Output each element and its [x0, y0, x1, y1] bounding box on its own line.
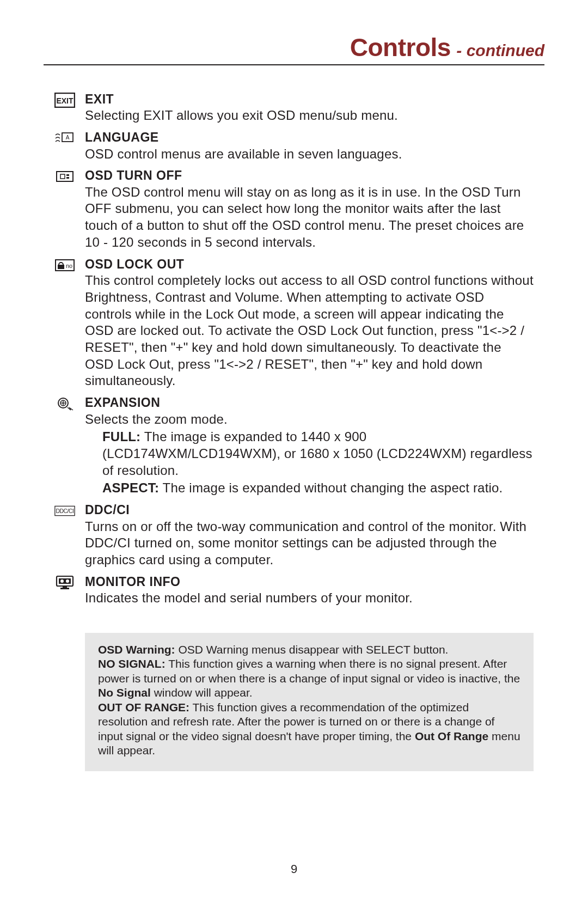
header-subtitle: - continued: [456, 41, 544, 59]
entry-body: Selecting EXIT allows you exit OSD menu/…: [85, 107, 534, 124]
entry-monitor-info: MONITOR INFO Indicates the model and ser…: [54, 574, 534, 607]
osd-warning-box: OSD Warning: OSD Warning menus disappear…: [85, 633, 534, 771]
svg-point-20: [66, 579, 69, 583]
sub-text: The image is expanded to 1440 x 900 (LCD…: [102, 429, 532, 477]
entry-body: OSD control menus are available in seven…: [85, 146, 534, 163]
entry-title: MONITOR INFO: [85, 574, 534, 590]
osd-turn-off-icon: [54, 169, 75, 184]
sub-label: FULL:: [102, 429, 140, 444]
sub-label: ASPECT:: [102, 480, 159, 495]
manual-page: Controls - continued EXIT EXIT Selecting…: [0, 0, 588, 909]
content-body: EXIT EXIT Selecting EXIT allows you exit…: [44, 91, 544, 771]
language-icon: A: [54, 131, 75, 146]
svg-text:EXIT: EXIT: [56, 96, 74, 105]
entry-title: EXPANSION: [85, 395, 534, 411]
osd-lock-out-icon: no: [54, 258, 75, 273]
entry-title: DDC/CI: [85, 502, 534, 518]
warning-lead-text: OSD Warning menus disappear with SELECT …: [175, 643, 449, 656]
entry-body: Turns on or off the two-way communicatio…: [85, 518, 534, 569]
svg-text:DDC/CI: DDC/CI: [56, 508, 74, 514]
no-signal-label: NO SIGNAL:: [98, 657, 166, 670]
expansion-full: FULL: The image is expanded to 1440 x 90…: [85, 429, 534, 479]
entry-title: LANGUAGE: [85, 130, 534, 145]
svg-point-19: [60, 579, 64, 583]
warning-lead-label: OSD Warning:: [98, 643, 175, 656]
page-header: Controls - continued: [44, 33, 544, 65]
svg-rect-6: [66, 174, 69, 176]
entry-title: EXIT: [85, 91, 534, 107]
entry-body: Indicates the model and serial numbers o…: [85, 590, 534, 607]
svg-rect-5: [60, 174, 65, 179]
svg-rect-21: [63, 586, 67, 588]
oor-bold: Out Of Range: [415, 730, 488, 742]
entry-exit: EXIT EXIT Selecting EXIT allows you exit…: [54, 91, 534, 124]
svg-text:A: A: [66, 135, 70, 141]
entry-body: This control completely locks out access…: [85, 272, 534, 389]
ddc-ci-icon: DDC/CI: [54, 503, 75, 518]
svg-text:no: no: [66, 263, 72, 269]
svg-rect-22: [60, 588, 69, 589]
warning-no-signal: NO SIGNAL: This function gives a warning…: [98, 657, 520, 700]
entry-body: The OSD control menu will stay on as lon…: [85, 184, 534, 251]
sub-text: The image is expanded without changing t…: [159, 480, 503, 495]
expansion-aspect: ASPECT: The image is expanded without ch…: [85, 480, 534, 497]
entry-osd-lock-out: no OSD LOCK OUT This control completely …: [54, 257, 534, 389]
entry-ddc-ci: DDC/CI DDC/CI Turns on or off the two-wa…: [54, 502, 534, 569]
entry-title: OSD LOCK OUT: [85, 257, 534, 272]
entry-expansion: EXPANSION Selects the zoom mode. FULL: T…: [54, 395, 534, 497]
no-signal-text-b: window will appear.: [151, 686, 253, 699]
monitor-info-icon: [54, 575, 75, 590]
no-signal-bold: No Signal: [98, 686, 151, 699]
oor-label: OUT OF RANGE:: [98, 701, 189, 713]
svg-rect-7: [66, 177, 69, 179]
svg-rect-9: [58, 265, 64, 269]
warning-out-of-range: OUT OF RANGE: This function gives a reco…: [98, 700, 520, 758]
header-title: Controls: [350, 33, 451, 62]
exit-icon: EXIT: [54, 93, 75, 108]
entry-body: Selects the zoom mode.: [85, 411, 534, 428]
entry-osd-turn-off: OSD TURN OFF The OSD control menu will s…: [54, 168, 534, 251]
warning-lead: OSD Warning: OSD Warning menus disappear…: [98, 643, 520, 657]
entry-language: A LANGUAGE OSD control menus are availab…: [54, 130, 534, 162]
page-number: 9: [0, 862, 588, 876]
expansion-icon: [54, 396, 75, 411]
entry-title: OSD TURN OFF: [85, 168, 534, 184]
